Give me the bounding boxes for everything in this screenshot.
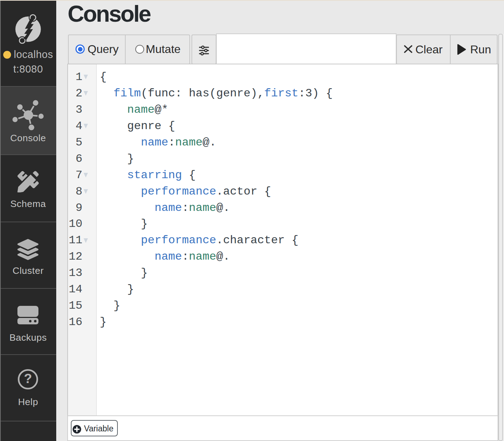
svg-text:?: ? [24, 371, 32, 386]
